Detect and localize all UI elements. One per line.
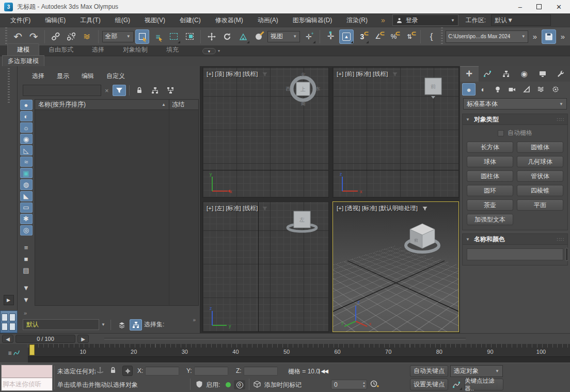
rectangular-selection-region-button[interactable] bbox=[167, 29, 181, 44]
list-view-icon[interactable]: ≡ bbox=[20, 243, 33, 253]
bind-to-space-warp-icon[interactable] bbox=[80, 29, 94, 44]
undo-button[interactable]: ↶ bbox=[11, 29, 25, 44]
absolute-mode-toggle[interactable] bbox=[122, 366, 133, 376]
blank-view-icon[interactable]: ■ bbox=[20, 254, 33, 264]
menu-item[interactable]: 工具(T) bbox=[73, 14, 107, 27]
explorer-menu-item[interactable]: 自定义 bbox=[101, 71, 130, 82]
workspace-dropdown[interactable]: 默认 ▼ bbox=[491, 14, 551, 26]
time-configuration-button[interactable]: ● bbox=[370, 380, 378, 388]
viewport-filter-icon[interactable] bbox=[262, 206, 268, 212]
primitive-button[interactable]: 茶壶 bbox=[467, 199, 513, 211]
frozen-column-header[interactable]: 冻结 bbox=[169, 100, 198, 109]
ribbon-minimize-flyout-icon[interactable]: ▾ bbox=[218, 49, 220, 53]
viewcube-front[interactable]: 前 bbox=[415, 71, 451, 107]
footer-overflow-chevron[interactable]: » bbox=[193, 317, 196, 323]
x-coordinate-field[interactable] bbox=[145, 367, 179, 375]
rollout-drag-handle[interactable]: ∷∷ bbox=[557, 117, 564, 122]
filter-icon[interactable]: ▼ bbox=[20, 294, 33, 305]
viewcube-top[interactable]: 上 北 东 南 西 bbox=[285, 71, 321, 107]
select-and-rotate-button[interactable] bbox=[220, 29, 234, 44]
menu-item[interactable]: 编辑(E) bbox=[38, 14, 73, 27]
viewport-layout-tab-button[interactable] bbox=[0, 310, 18, 333]
primitive-button[interactable]: 球体 bbox=[467, 156, 513, 167]
primitive-button[interactable]: 平面 bbox=[517, 199, 563, 211]
primitive-category-dropdown[interactable]: 标准基本体 ▼ bbox=[463, 98, 567, 109]
helpers-category-button[interactable] bbox=[520, 83, 533, 96]
primitive-button[interactable]: 长方体 bbox=[467, 142, 513, 153]
chevron-down-icon[interactable]: ▼ bbox=[101, 322, 105, 327]
angle-snap-toggle[interactable]: ∠ bbox=[371, 29, 385, 44]
ribbon-tab[interactable]: 建模 bbox=[7, 43, 39, 56]
percent-snap-toggle[interactable]: % bbox=[387, 29, 401, 44]
default-tangent-button[interactable] bbox=[450, 379, 463, 390]
viewport-perspective[interactable]: [+] [透视] [标准] [默认明暗处理] 前 z x bbox=[332, 201, 459, 332]
time-slider-handle[interactable] bbox=[29, 344, 35, 355]
display-bones-icon[interactable]: ◣ bbox=[20, 191, 33, 201]
layers-icon[interactable] bbox=[116, 319, 128, 331]
toolbar-overflow-chevron[interactable]: » bbox=[530, 32, 540, 41]
auto-key-button[interactable]: 自动关键点 bbox=[410, 365, 448, 377]
toolbar-overflow-chevron-2[interactable]: » bbox=[558, 32, 568, 41]
mini-curve-editor-button[interactable]: ≡ bbox=[0, 344, 28, 363]
display-spacewarps-icon[interactable]: ≈ bbox=[20, 156, 33, 167]
y-coordinate-field[interactable] bbox=[194, 367, 228, 375]
add-time-tag-label[interactable]: 添加时间标记 bbox=[264, 381, 302, 389]
viewport-left[interactable]: [+] [左] [标准] [线框] 左 y z bbox=[202, 201, 329, 332]
explorer-object-list[interactable] bbox=[35, 110, 198, 305]
utilities-tab[interactable] bbox=[552, 66, 570, 82]
viewport-filter-icon[interactable] bbox=[392, 71, 398, 77]
name-color-rollout-header[interactable]: ▼ 名称和颜色 ∷∷ bbox=[462, 233, 568, 245]
collapse-hierarchy-icon[interactable] bbox=[164, 85, 177, 96]
keyboard-override-toggle[interactable]: ✛■ bbox=[324, 29, 338, 44]
set-key-button[interactable]: 设置关键点 bbox=[410, 379, 448, 390]
menu-item[interactable]: 动画(A) bbox=[250, 14, 286, 27]
macro-recorder-pane[interactable] bbox=[2, 365, 52, 378]
menu-item[interactable]: 视图(V) bbox=[137, 14, 172, 27]
display-cameras-icon[interactable]: ◉ bbox=[20, 134, 33, 144]
scene-hierarchy-button[interactable] bbox=[130, 319, 142, 331]
select-object-button[interactable] bbox=[135, 29, 150, 44]
menu-item[interactable]: 文件(F) bbox=[3, 14, 38, 27]
primitive-button[interactable]: 圆柱体 bbox=[467, 170, 513, 182]
degradation-count-badge[interactable]: 0 bbox=[234, 380, 245, 389]
panel-grip[interactable] bbox=[8, 68, 10, 104]
adaptive-degradation-shield-icon[interactable] bbox=[195, 380, 203, 388]
select-and-move-button[interactable] bbox=[204, 29, 219, 44]
display-containers-icon[interactable]: ▭ bbox=[20, 202, 33, 213]
reference-coordinate-dropdown[interactable]: 视图 ▼ bbox=[267, 31, 300, 42]
systems-category-button[interactable] bbox=[549, 83, 562, 96]
named-selection-sets-button[interactable]: { bbox=[424, 29, 439, 44]
close-button[interactable]: ✕ bbox=[556, 3, 562, 11]
primitive-button[interactable]: 几何球体 bbox=[517, 156, 563, 167]
spacewarps-category-button[interactable] bbox=[534, 83, 548, 96]
viewport-filter-icon[interactable] bbox=[262, 71, 268, 77]
primitive-button[interactable]: 圆环 bbox=[467, 185, 513, 196]
selection-lock-toggle[interactable] bbox=[109, 366, 117, 374]
ribbon-tab[interactable]: 填充 bbox=[157, 44, 188, 56]
explorer-menu-item[interactable]: 显示 bbox=[52, 71, 74, 82]
toolbar-grip[interactable] bbox=[5, 27, 7, 45]
menu-item[interactable]: 图形编辑器(D) bbox=[286, 14, 340, 27]
display-hidden-icon[interactable]: ◎ bbox=[20, 225, 33, 236]
menu-item[interactable]: 创建(C) bbox=[172, 14, 208, 27]
unlink-selection-icon[interactable] bbox=[65, 29, 79, 44]
menu-item[interactable]: 组(G) bbox=[108, 14, 137, 27]
viewport-front[interactable]: [+] [前] [标准] [线框] 前 x z bbox=[332, 67, 459, 198]
login-button[interactable]: 登录 ▼ bbox=[392, 14, 458, 26]
primitive-button[interactable]: 加强型文本 bbox=[467, 214, 513, 225]
menu-item[interactable]: 修改器(M) bbox=[208, 14, 250, 27]
viewport-top[interactable]: [+] [顶] [标准] [线框] 上 北 东 南 西 x bbox=[202, 67, 329, 198]
viewport-front-label[interactable]: [+] [前] [标准] [线框] bbox=[337, 70, 398, 78]
autogrid-checkbox[interactable] bbox=[498, 130, 504, 136]
maxscript-mini-listener[interactable]: 脚本迷你侦听 bbox=[1, 365, 53, 391]
detail-view-icon[interactable]: ▤ bbox=[20, 265, 33, 276]
lock-explorer-icon[interactable] bbox=[133, 85, 146, 96]
viewport-perspective-label[interactable]: [+] [透视] [标准] [默认明暗处理] bbox=[337, 205, 428, 212]
display-helpers-icon[interactable]: ◺ bbox=[20, 145, 33, 155]
selection-filter-dropdown[interactable]: 全部 ▼ bbox=[102, 31, 134, 42]
time-tag-cube-icon[interactable] bbox=[253, 380, 261, 388]
modify-tab[interactable] bbox=[479, 66, 497, 82]
search-filter-button[interactable] bbox=[113, 85, 126, 96]
display-geometry-icon[interactable]: ● bbox=[20, 100, 33, 110]
snap-3d-icon[interactable]: 3 bbox=[355, 29, 370, 44]
